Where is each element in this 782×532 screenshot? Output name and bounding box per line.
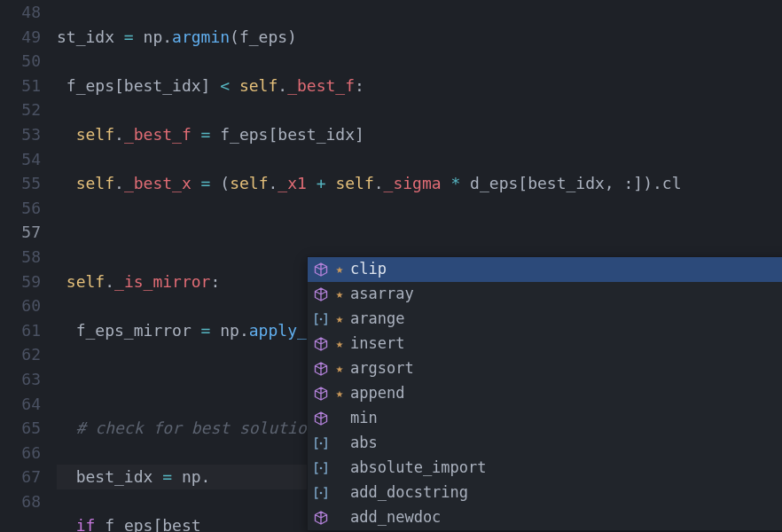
module-icon — [313, 336, 329, 352]
module-icon — [313, 361, 329, 377]
autocomplete-item[interactable]: ★clip — [308, 257, 782, 282]
line-number: 48 — [0, 0, 41, 25]
autocomplete-label: absolute_import — [350, 456, 487, 481]
line-number: 51 — [0, 74, 41, 98]
line-number: 65 — [0, 416, 41, 441]
module-icon — [313, 262, 329, 278]
autocomplete-item[interactable]: ★insert — [308, 332, 782, 356]
autocomplete-item[interactable]: ★min — [308, 406, 782, 431]
line-number-gutter: 48 49 50 51 52 53 54 55 56 57 58 59 60 6… — [0, 0, 57, 532]
autocomplete-label: min — [350, 406, 378, 431]
line-number: 66 — [0, 441, 41, 466]
module-icon — [313, 286, 329, 302]
star-icon: ★ — [334, 307, 345, 332]
variable-icon — [313, 485, 329, 501]
line-number: 62 — [0, 342, 41, 367]
line-number: 56 — [0, 196, 41, 221]
autocomplete-label: append — [350, 381, 404, 406]
autocomplete-item[interactable]: ★add_newdoc — [308, 505, 782, 530]
star-icon: ★ — [334, 356, 345, 381]
variable-icon — [313, 435, 329, 451]
code-line[interactable]: f_eps[best_idx] < self._best_f: — [57, 74, 782, 98]
autocomplete-popup[interactable]: ★clip★asarray★arange★insert★argsort★appe… — [307, 256, 782, 531]
code-line[interactable]: self._best_f = f_eps[best_idx] — [57, 122, 782, 147]
line-number: 61 — [0, 318, 41, 343]
module-icon — [313, 510, 329, 526]
autocomplete-item[interactable]: ★abs — [308, 431, 782, 456]
line-number: 52 — [0, 98, 41, 122]
line-number: 53 — [0, 122, 41, 147]
autocomplete-label: add_newdoc — [350, 505, 441, 530]
code-area[interactable]: st_idx = np.argmin(f_eps) f_eps[best_idx… — [57, 0, 782, 532]
autocomplete-label: asarray — [350, 282, 414, 307]
line-number: 64 — [0, 392, 41, 417]
line-number: 54 — [0, 147, 41, 172]
autocomplete-item[interactable]: ★append — [308, 381, 782, 406]
line-number-active: 57 — [0, 220, 41, 245]
autocomplete-item[interactable]: ★asarray — [308, 282, 782, 307]
line-number: 59 — [0, 270, 41, 294]
module-icon — [313, 411, 329, 426]
autocomplete-label: add_docstring — [350, 481, 468, 505]
code-line[interactable]: st_idx = np.argmin(f_eps) — [57, 25, 782, 50]
line-number: 58 — [0, 245, 41, 270]
line-number: 63 — [0, 367, 41, 392]
autocomplete-label: insert — [350, 332, 404, 356]
variable-icon — [313, 460, 329, 476]
line-number: 67 — [0, 465, 41, 489]
star-icon: ★ — [334, 332, 345, 356]
autocomplete-item[interactable]: ★arange — [308, 307, 782, 332]
star-icon: ★ — [334, 381, 345, 406]
line-number: 68 — [0, 489, 41, 514]
line-number: 49 — [0, 25, 41, 50]
autocomplete-label: clip — [350, 257, 387, 282]
code-line[interactable]: self._best_x = (self._x1 + self._sigma *… — [57, 171, 782, 196]
autocomplete-label: abs — [350, 431, 378, 456]
line-number: 55 — [0, 171, 41, 196]
autocomplete-item[interactable]: ★absolute_import — [308, 456, 782, 481]
variable-icon — [313, 311, 329, 327]
code-line[interactable] — [57, 220, 782, 245]
autocomplete-label: arange — [350, 307, 404, 332]
star-icon: ★ — [334, 257, 345, 282]
line-number: 60 — [0, 293, 41, 318]
line-number: 50 — [0, 49, 41, 74]
code-editor[interactable]: 48 49 50 51 52 53 54 55 56 57 58 59 60 6… — [0, 0, 782, 532]
autocomplete-label: argsort — [350, 356, 414, 381]
star-icon: ★ — [334, 282, 345, 307]
module-icon — [313, 386, 329, 402]
autocomplete-item[interactable]: ★add_docstring — [308, 481, 782, 505]
autocomplete-item[interactable]: ★argsort — [308, 356, 782, 381]
